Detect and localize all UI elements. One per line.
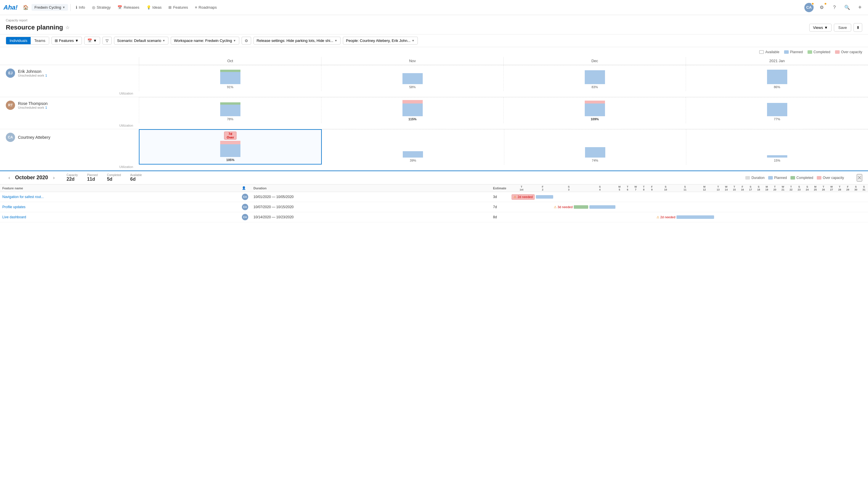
scenario-label: Scenario: Default scenario xyxy=(117,38,161,43)
detail-legend-planned: Planned xyxy=(768,176,787,180)
col-day-f29: F29 xyxy=(844,185,852,192)
features-filter-label: Features xyxy=(59,38,74,43)
nav-item-features-label: Features xyxy=(173,5,188,9)
needed-label-3: 2d needed xyxy=(660,216,675,219)
scenario-selector[interactable]: Scenario: Default scenario ▼ xyxy=(114,37,168,44)
detail-over-label: Over capacity xyxy=(823,176,844,180)
erik-bar-jan[interactable]: 86% xyxy=(686,65,868,91)
rose-util-dec: 109% xyxy=(591,118,599,121)
rose-unscheduled-count[interactable]: 1 xyxy=(45,106,47,109)
col-day-w21: W21 xyxy=(779,185,787,192)
completed-value: 5d xyxy=(107,176,121,182)
settings-button[interactable]: ⚙ xyxy=(817,3,826,12)
col-day-s18: S18 xyxy=(754,185,763,192)
rose-bar-oct[interactable]: 78% xyxy=(139,97,321,123)
grid-icon: ⊞ xyxy=(55,38,58,43)
home-icon[interactable]: 🏠 xyxy=(21,3,30,12)
month-nov: Nov xyxy=(321,57,503,65)
teams-button[interactable]: Teams xyxy=(31,37,49,44)
courtney-bar-oct[interactable]: 7dOver 105% xyxy=(139,129,322,164)
app-logo[interactable]: Aha! xyxy=(3,4,18,11)
detail-legend: Duration Planned Completed Over capacity xyxy=(745,176,844,180)
courtney-over-badge: 7dOver xyxy=(224,132,237,140)
star-icon[interactable]: ☆ xyxy=(65,25,69,30)
estimate-cell-3: 8d xyxy=(491,212,511,222)
nav-right: CA ⚙ ? 🔍 + xyxy=(804,3,865,12)
rose-bar-dec[interactable]: 109% xyxy=(503,97,686,123)
erik-util-jan: 86% xyxy=(774,85,780,89)
courtney-over-oct xyxy=(220,141,241,144)
features-filter[interactable]: ⊞ Features ▼ xyxy=(52,37,82,44)
erik-sub-text: Unscheduled work xyxy=(18,74,44,77)
nav-item-strategy[interactable]: ◎ Strategy xyxy=(89,4,114,11)
page-header: Capacity report Resource planning ☆ View… xyxy=(0,15,868,34)
courtney-bars-row: 7dOver 105% 39% xyxy=(139,129,868,164)
courtney-bar-dec[interactable]: 74% xyxy=(504,129,686,164)
erik-bar-oct[interactable]: 91% xyxy=(139,65,321,91)
individuals-button[interactable]: Individuals xyxy=(6,37,31,44)
breadcrumb: Capacity report xyxy=(6,19,862,22)
erik-unscheduled-count[interactable]: 1 xyxy=(45,74,47,77)
capacity-label: Capacity xyxy=(66,173,78,176)
nav-item-info[interactable]: ℹ Info xyxy=(73,4,88,11)
detail-header: ‹ October 2020 › Capacity 22d Planned 11… xyxy=(0,171,868,185)
funnel-filter[interactable]: ▽ xyxy=(102,37,112,44)
courtney-bar-nov[interactable]: 39% xyxy=(322,129,504,164)
detail-table-container: Feature name 👤 Duration Estimate T1st F2… xyxy=(0,185,868,246)
user-avatar[interactable]: CA xyxy=(804,3,814,12)
search-button[interactable]: 🔍 xyxy=(842,3,852,12)
nav-item-ideas[interactable]: 💡 Ideas xyxy=(144,4,165,11)
chart-area: Available Planned Completed Over capacit… xyxy=(0,47,868,170)
feature-link-3[interactable]: Live dashboard xyxy=(2,215,26,219)
gantt-completed-bar-2 xyxy=(574,205,588,209)
courtney-name-block: Courtney Attebery xyxy=(18,135,50,140)
erik-bars-row: 91% 58% 83% xyxy=(139,65,868,91)
warning-icon-2: ⚠ xyxy=(554,205,557,209)
col-day-f9: F9 xyxy=(648,185,656,192)
export-button[interactable]: ⬆ xyxy=(854,23,862,32)
release-settings-selector[interactable]: Release settings: Hide parking lots, Hid… xyxy=(253,37,341,44)
rose-bar-nov[interactable]: 115% xyxy=(321,97,503,123)
detail-completed-box xyxy=(790,176,795,180)
month-headers: Oct Nov Dec 2021 Jan xyxy=(139,57,868,65)
rose-bar-dec-stack xyxy=(585,101,605,116)
courtney-info: CA Courtney Attebery xyxy=(0,129,139,164)
gantt-empty-2b xyxy=(615,202,868,212)
detail-legend-duration: Duration xyxy=(745,176,765,180)
col-day-w14: W14 xyxy=(722,185,730,192)
workspace-selector[interactable]: Workspace name: Fredwin Cycling ▼ xyxy=(171,37,239,44)
nav-item-features[interactable]: ⊞ Features xyxy=(165,4,191,11)
gantt-cell-1: ⚠ 2d needed xyxy=(511,192,553,202)
prev-month-button[interactable]: ‹ xyxy=(6,174,13,181)
nav-item-releases[interactable]: 📅 Releases xyxy=(115,4,142,11)
nav-item-roadmaps[interactable]: ≡ Roadmaps xyxy=(192,4,220,11)
detail-close-button[interactable]: ✕ xyxy=(857,174,862,182)
feature-link-1[interactable]: Navigation for safest rout... xyxy=(2,195,44,199)
feature-link-2[interactable]: Profile updates xyxy=(2,205,26,209)
people-label: People: Courtney Attebery, Erik John... xyxy=(346,38,410,43)
rose-util-jan: 77% xyxy=(774,118,780,121)
add-button[interactable]: + xyxy=(855,3,865,12)
erik-sub: Unscheduled work 1 xyxy=(18,74,47,77)
rose-bar-nov-stack xyxy=(402,100,423,116)
courtney-bar-jan[interactable]: 15% xyxy=(686,129,868,164)
product-name: Fredwin Cycling xyxy=(34,5,61,9)
reset-button[interactable]: ⊙ xyxy=(242,37,251,44)
help-button[interactable]: ? xyxy=(830,3,839,12)
col-day-m25: M25 xyxy=(811,185,819,192)
erik-bar-dec[interactable]: 83% xyxy=(503,65,686,91)
detail-duration-label: Duration xyxy=(751,176,765,180)
save-button[interactable]: Save xyxy=(834,24,851,32)
views-button[interactable]: Views ▼ xyxy=(809,24,832,32)
calendar-filter[interactable]: 📅 ▼ xyxy=(84,37,100,44)
month-header-row: Oct Nov Dec 2021 Jan xyxy=(0,57,868,65)
table-row: Profile updates CA 10/07/2020 — 10/15/20… xyxy=(0,202,868,212)
next-month-button[interactable]: › xyxy=(50,174,57,181)
rose-bar-jan[interactable]: 77% xyxy=(686,97,868,123)
erik-name-block: Erik Johnson Unscheduled work 1 xyxy=(18,69,47,77)
courtney-bar-dec-stack xyxy=(585,147,605,158)
nav-bar: Aha! 🏠 Fredwin Cycling ▼ ℹ Info ◎ Strate… xyxy=(0,0,868,15)
product-selector[interactable]: Fredwin Cycling ▼ xyxy=(32,4,68,11)
people-selector[interactable]: People: Courtney Attebery, Erik John... … xyxy=(343,37,418,44)
erik-bar-nov[interactable]: 58% xyxy=(321,65,503,91)
